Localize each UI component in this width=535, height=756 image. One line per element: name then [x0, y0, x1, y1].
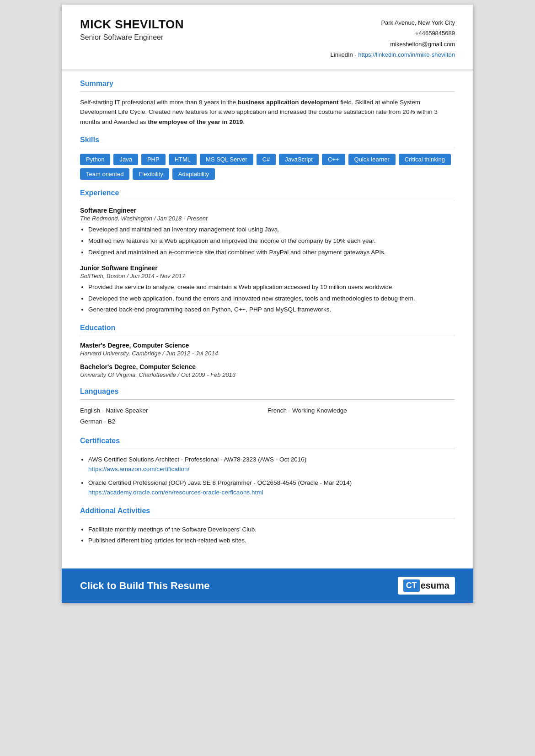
language-item: [268, 416, 455, 427]
summary-section: Summary Self-starting IT professional wi…: [80, 80, 455, 127]
activities-list: Facilitate monthly meetings of the Softw…: [88, 525, 455, 546]
job-title: Junior Software Engineer: [80, 264, 455, 272]
job-title: Software Engineer: [80, 207, 455, 214]
list-item: Oracle Certified Professional (OCP) Java…: [88, 478, 455, 498]
header-linkedin: LinkedIn - https://linkedin.com/in/mike-…: [331, 49, 455, 60]
languages-divider: [80, 399, 455, 400]
language-item: German - B2: [80, 416, 268, 427]
summary-text-part3: .: [243, 118, 245, 125]
cert-link[interactable]: https://academy.oracle.com/en/resources-…: [88, 488, 455, 498]
list-item: Generated back-end programming based on …: [88, 305, 455, 315]
linkedin-link[interactable]: https://linkedin.com/in/mike-shevilton: [358, 51, 455, 58]
languages-section: Languages English - Native SpeakerFrench…: [80, 387, 455, 428]
activities-divider: [80, 519, 455, 519]
summary-text: Self-starting IT professional with more …: [80, 97, 455, 127]
skill-badge: Critical thinking: [399, 154, 451, 165]
degree-title: Master's Degree, Computer Science: [80, 342, 455, 349]
summary-title: Summary: [80, 80, 455, 88]
skill-badge: C#: [257, 154, 276, 165]
skills-title: Skills: [80, 136, 455, 144]
skill-badge: MS SQL Server: [200, 154, 253, 165]
linkedin-label: LinkedIn: [331, 51, 353, 58]
skills-divider: [80, 148, 455, 148]
education-section: Education Master's Degree, Computer Scie…: [80, 324, 455, 378]
education-block: Master's Degree, Computer ScienceHarvard…: [80, 342, 455, 357]
languages-title: Languages: [80, 387, 455, 396]
header-right: Park Avenue, New York City +44659845689 …: [331, 17, 455, 60]
list-item: Modified new features for a Web applicat…: [88, 236, 455, 246]
logo-icon: CT: [403, 579, 420, 592]
skill-badge: Quick learner: [348, 154, 396, 165]
logo-text: esuma: [421, 580, 449, 591]
resume-document: MICK SHEVILTON Senior Software Engineer …: [62, 5, 473, 603]
job-company: SoftTech, Boston / Jun 2014 - Nov 2017: [80, 273, 455, 279]
header-left: MICK SHEVILTON Senior Software Engineer: [80, 17, 184, 42]
list-item: AWS Certified Solutions Architect - Prof…: [88, 455, 455, 474]
skill-badge: Team oriented: [80, 168, 129, 180]
job-bullets: Developed and maintained an inventory ma…: [88, 225, 455, 257]
experience-title: Experience: [80, 189, 455, 197]
skill-badge: Python: [80, 154, 110, 165]
linkedin-separator: -: [353, 51, 358, 58]
skills-section: Skills PythonJavaPHPHTMLMS SQL ServerC#J…: [80, 136, 455, 180]
header-address: Park Avenue, New York City: [331, 17, 455, 28]
skill-badge: C++: [322, 154, 345, 165]
list-item: Designed and maintained an e-commerce si…: [88, 247, 455, 257]
skill-badge: HTML: [169, 154, 197, 165]
footer-cta[interactable]: Click to Build This Resume CTesuma: [62, 568, 473, 603]
activities-title: Additional Activities: [80, 507, 455, 515]
skill-badge: Flexibility: [133, 168, 169, 180]
header-phone: +44659845689: [331, 28, 455, 38]
skill-badge: Java: [113, 154, 138, 165]
activities-section: Additional Activities Facilitate monthly…: [80, 507, 455, 546]
education-block: Bachelor's Degree, Computer ScienceUnive…: [80, 363, 455, 378]
education-title: Education: [80, 324, 455, 332]
candidate-name: MICK SHEVILTON: [80, 17, 184, 32]
experience-section: Experience Software EngineerThe Redmond,…: [80, 189, 455, 315]
summary-divider: [80, 91, 455, 92]
footer-logo: CTesuma: [398, 577, 455, 595]
education-degrees: Master's Degree, Computer ScienceHarvard…: [80, 342, 455, 378]
experience-jobs: Software EngineerThe Redmond, Washington…: [80, 207, 455, 315]
degree-institution: University Of Virginia, Charlottesville …: [80, 371, 455, 378]
list-item: Provided the service to analyze, create …: [88, 282, 455, 292]
degree-institution: Harvard University, Cambridge / Jun 2012…: [80, 350, 455, 357]
candidate-title: Senior Software Engineer: [80, 33, 184, 42]
cert-list: AWS Certified Solutions Architect - Prof…: [88, 455, 455, 498]
certificates-divider: [80, 449, 455, 449]
header-section: MICK SHEVILTON Senior Software Engineer …: [62, 5, 473, 70]
header-email: mikeshelton@gmail.com: [331, 39, 455, 49]
summary-text-part1: Self-starting IT professional with more …: [80, 99, 238, 106]
experience-block: Junior Software EngineerSoftTech, Boston…: [80, 264, 455, 315]
cta-text: Click to Build This Resume: [80, 580, 210, 592]
experience-divider: [80, 201, 455, 201]
job-bullets: Provided the service to analyze, create …: [88, 282, 455, 315]
skills-container: PythonJavaPHPHTMLMS SQL ServerC#JavaScri…: [80, 154, 455, 180]
languages-grid: English - Native SpeakerFrench - Working…: [80, 405, 455, 428]
skill-badge: PHP: [141, 154, 166, 165]
cert-link[interactable]: https://aws.amazon.com/certification/: [88, 464, 455, 474]
list-item: Facilitate monthly meetings of the Softw…: [88, 525, 455, 535]
skill-badge: JavaScript: [279, 154, 319, 165]
list-item: Developed and maintained an inventory ma…: [88, 225, 455, 235]
job-company: The Redmond, Washington / Jan 2018 - Pre…: [80, 215, 455, 222]
certificates-section: Certificates AWS Certified Solutions Arc…: [80, 437, 455, 498]
list-item: Published different blog articles for te…: [88, 536, 455, 546]
language-item: English - Native Speaker: [80, 405, 268, 416]
summary-bold2: the employee of the year in 2019: [148, 118, 243, 125]
skill-badge: Adaptability: [172, 168, 215, 180]
body-section: Summary Self-starting IT professional wi…: [62, 70, 473, 569]
experience-block: Software EngineerThe Redmond, Washington…: [80, 207, 455, 257]
language-item: French - Working Knowledge: [268, 405, 455, 416]
education-divider: [80, 336, 455, 336]
list-item: Developed the web application, found the…: [88, 294, 455, 304]
certificates-title: Certificates: [80, 437, 455, 445]
degree-title: Bachelor's Degree, Computer Science: [80, 363, 455, 370]
summary-bold1: business application development: [238, 99, 339, 106]
